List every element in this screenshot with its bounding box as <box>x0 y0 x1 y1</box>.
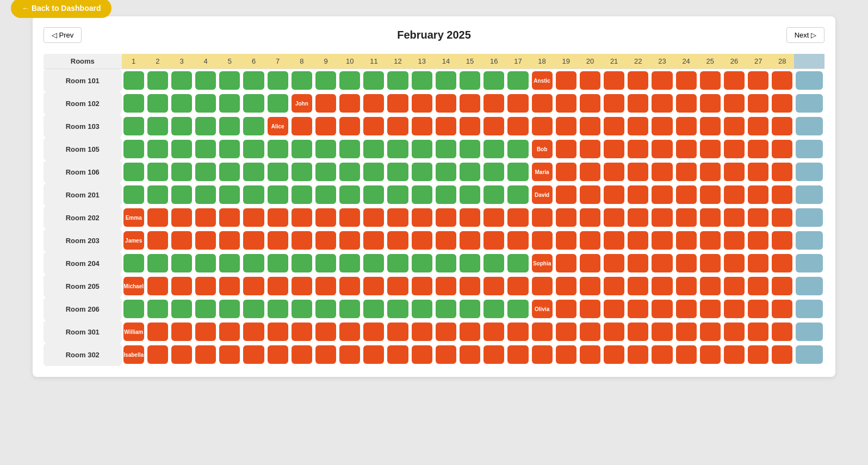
day-cell[interactable] <box>674 69 698 92</box>
day-cell[interactable] <box>482 252 506 275</box>
day-cell[interactable] <box>506 343 530 366</box>
day-cell[interactable] <box>218 252 241 275</box>
day-cell[interactable] <box>722 343 746 366</box>
day-cell[interactable]: James <box>122 229 146 252</box>
day-cell[interactable] <box>194 69 218 92</box>
day-cell[interactable] <box>506 138 530 160</box>
day-cell[interactable] <box>458 229 482 252</box>
day-cell[interactable] <box>698 252 722 275</box>
day-cell[interactable] <box>458 160 482 183</box>
day-cell[interactable] <box>458 138 482 160</box>
day-cell[interactable] <box>602 229 626 252</box>
day-cell[interactable] <box>602 206 626 229</box>
next-month-button[interactable]: Next ▷ <box>786 27 824 43</box>
day-cell[interactable] <box>338 343 362 366</box>
day-cell[interactable] <box>314 229 338 252</box>
day-cell[interactable] <box>770 138 794 160</box>
day-cell[interactable] <box>602 252 626 275</box>
day-cell[interactable] <box>410 229 434 252</box>
day-cell[interactable] <box>602 69 626 92</box>
day-cell[interactable] <box>602 275 626 297</box>
day-cell[interactable] <box>458 252 482 275</box>
day-cell[interactable] <box>506 252 530 275</box>
day-cell[interactable] <box>602 320 626 343</box>
day-cell[interactable] <box>338 297 362 320</box>
day-cell[interactable] <box>266 183 290 206</box>
day-cell[interactable] <box>266 297 290 320</box>
day-cell[interactable] <box>266 252 290 275</box>
day-cell[interactable] <box>506 229 530 252</box>
day-cell[interactable] <box>626 297 650 320</box>
day-cell[interactable] <box>386 115 410 138</box>
day-cell[interactable] <box>170 115 194 138</box>
day-cell[interactable] <box>434 69 458 92</box>
day-cell[interactable] <box>530 229 554 252</box>
day-cell[interactable] <box>770 92 794 115</box>
day-cell[interactable] <box>530 343 554 366</box>
day-cell[interactable] <box>290 343 314 366</box>
day-cell[interactable] <box>650 275 674 297</box>
day-cell[interactable] <box>746 343 770 366</box>
day-cell[interactable] <box>746 92 770 115</box>
day-cell[interactable] <box>602 92 626 115</box>
day-cell[interactable] <box>602 343 626 366</box>
day-cell[interactable] <box>602 160 626 183</box>
day-cell[interactable] <box>170 297 194 320</box>
day-cell[interactable] <box>266 92 290 115</box>
day-cell[interactable]: Maria <box>530 160 554 183</box>
day-cell[interactable] <box>314 69 338 92</box>
day-cell[interactable] <box>434 183 458 206</box>
day-cell[interactable] <box>122 160 146 183</box>
day-cell[interactable] <box>146 138 170 160</box>
back-to-dashboard-button[interactable]: ← Back to Dashboard <box>11 0 111 18</box>
day-cell[interactable] <box>770 69 794 92</box>
day-cell[interactable] <box>410 206 434 229</box>
day-cell[interactable] <box>194 320 218 343</box>
day-cell[interactable] <box>241 252 265 275</box>
day-cell[interactable] <box>626 275 650 297</box>
day-cell[interactable] <box>314 320 338 343</box>
day-cell[interactable] <box>386 206 410 229</box>
day-cell[interactable] <box>770 252 794 275</box>
day-cell[interactable] <box>338 160 362 183</box>
day-cell[interactable] <box>122 92 146 115</box>
day-cell[interactable] <box>746 229 770 252</box>
day-cell[interactable] <box>434 229 458 252</box>
day-cell[interactable] <box>266 69 290 92</box>
day-cell[interactable] <box>770 343 794 366</box>
day-cell[interactable]: John <box>290 92 314 115</box>
day-cell[interactable] <box>602 115 626 138</box>
day-cell[interactable] <box>746 320 770 343</box>
day-cell[interactable] <box>434 138 458 160</box>
day-cell[interactable] <box>410 183 434 206</box>
day-cell[interactable] <box>386 229 410 252</box>
day-cell[interactable] <box>770 206 794 229</box>
day-cell[interactable] <box>506 115 530 138</box>
day-cell[interactable] <box>386 320 410 343</box>
day-cell[interactable] <box>290 115 314 138</box>
day-cell[interactable] <box>314 160 338 183</box>
day-cell[interactable] <box>218 297 241 320</box>
day-cell[interactable] <box>578 160 602 183</box>
day-cell[interactable] <box>314 343 338 366</box>
day-cell[interactable] <box>146 320 170 343</box>
day-cell[interactable] <box>482 115 506 138</box>
day-cell[interactable] <box>146 229 170 252</box>
day-cell[interactable] <box>770 160 794 183</box>
day-cell[interactable] <box>770 297 794 320</box>
day-cell[interactable] <box>746 69 770 92</box>
day-cell[interactable] <box>218 92 241 115</box>
day-cell[interactable] <box>218 160 241 183</box>
day-cell[interactable] <box>146 183 170 206</box>
day-cell[interactable] <box>650 252 674 275</box>
day-cell[interactable] <box>578 343 602 366</box>
day-cell[interactable] <box>650 115 674 138</box>
day-cell[interactable] <box>410 320 434 343</box>
day-cell[interactable] <box>170 252 194 275</box>
day-cell[interactable] <box>241 275 265 297</box>
day-cell[interactable] <box>194 92 218 115</box>
day-cell[interactable] <box>722 160 746 183</box>
day-cell[interactable] <box>578 138 602 160</box>
day-cell[interactable] <box>386 183 410 206</box>
day-cell[interactable]: Olivia <box>530 297 554 320</box>
